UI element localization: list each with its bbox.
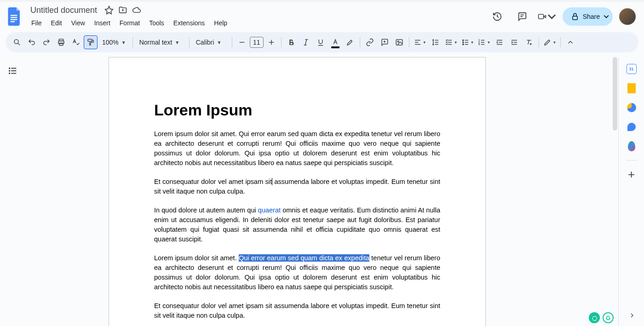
docs-logo[interactable] — [6, 7, 24, 26]
cloud-status-icon[interactable] — [132, 6, 141, 15]
tasks-icon[interactable] — [626, 102, 637, 113]
grammarly-suggestion-icon[interactable]: ◌ — [589, 312, 600, 323]
text-color-icon[interactable] — [328, 35, 342, 49]
paragraph: Lorem ipsum dolor sit amet. Qui error ea… — [154, 253, 440, 292]
checklist-icon[interactable]: ▼ — [443, 35, 459, 49]
toolbar: 100%▼ Normal text▼ Calibri▼ ▼ ▼ ▼ 123▼ ▼ — [6, 32, 638, 52]
increase-indent-icon[interactable] — [507, 35, 521, 49]
svg-rect-11 — [396, 40, 402, 45]
svg-point-21 — [9, 73, 10, 74]
share-caret[interactable] — [600, 7, 613, 26]
menu-format[interactable]: Format — [116, 17, 144, 29]
svg-rect-1 — [11, 17, 17, 18]
svg-point-12 — [397, 41, 399, 42]
share-label: Share — [583, 13, 600, 20]
document-outline-icon[interactable] — [6, 63, 20, 78]
editing-mode-icon[interactable]: ▼ — [542, 35, 558, 49]
meet-button[interactable] — [538, 7, 556, 26]
undo-icon[interactable] — [25, 35, 39, 49]
svg-point-6 — [14, 40, 18, 44]
star-icon[interactable] — [104, 6, 114, 15]
bold-icon[interactable] — [284, 35, 298, 49]
redo-icon[interactable] — [40, 35, 53, 49]
comments-icon[interactable] — [513, 7, 531, 26]
scrollbar[interactable] — [613, 57, 617, 131]
menu-bar: File Edit View Insert Format Tools Exten… — [28, 17, 484, 29]
paragraph: In quod dolore ut autem autem qui quaera… — [154, 206, 440, 244]
decrease-font-icon[interactable] — [235, 35, 249, 49]
underline-icon[interactable] — [314, 35, 328, 49]
zoom-select[interactable]: 100%▼ — [98, 35, 130, 49]
collapse-toolbar-icon[interactable] — [564, 35, 577, 49]
numbered-list-icon[interactable]: 123▼ — [476, 35, 492, 49]
insert-image-icon[interactable] — [392, 35, 406, 49]
paragraph: Et consequatur dolor vel amet ipsam sit … — [154, 177, 440, 196]
highlight-icon[interactable] — [343, 35, 357, 49]
svg-rect-2 — [11, 19, 17, 20]
svg-text:3: 3 — [479, 43, 480, 46]
line-spacing-icon[interactable] — [429, 35, 443, 49]
menu-tools[interactable]: Tools — [145, 17, 168, 29]
document-title[interactable]: Untitled document — [28, 5, 100, 16]
paragraph: Et consequatur dolor vel amet ipsam sit … — [154, 301, 440, 320]
svg-rect-10 — [88, 39, 92, 41]
svg-point-19 — [9, 68, 10, 69]
grammarly-icon[interactable]: G — [603, 312, 614, 323]
insert-link-icon[interactable] — [363, 35, 377, 49]
search-menus-icon[interactable] — [10, 35, 24, 49]
svg-rect-0 — [11, 15, 17, 16]
document-page[interactable]: Lorem Ipsum Lorem ipsum dolor sit amet. … — [109, 57, 486, 326]
paint-format-icon[interactable] — [84, 35, 98, 49]
svg-point-14 — [462, 42, 463, 43]
keep-icon[interactable] — [626, 83, 637, 94]
side-panel: 31 + — [618, 57, 644, 326]
calendar-icon[interactable]: 31 — [626, 63, 637, 74]
svg-rect-5 — [572, 16, 577, 20]
style-select[interactable]: Normal text▼ — [136, 35, 186, 49]
print-icon[interactable] — [54, 35, 68, 49]
spellcheck-icon[interactable] — [69, 35, 83, 49]
svg-point-20 — [9, 70, 10, 71]
selected-text: Qui error earum sed quam dicta ex expedi… — [239, 254, 369, 262]
addons-plus-icon[interactable]: + — [626, 169, 637, 180]
align-icon[interactable]: ▼ — [412, 35, 428, 49]
contacts-icon[interactable] — [626, 121, 637, 132]
font-select[interactable]: Calibri▼ — [192, 35, 229, 49]
document-heading: Lorem Ipsum — [154, 101, 440, 119]
svg-point-13 — [462, 40, 463, 40]
decrease-indent-icon[interactable] — [493, 35, 506, 49]
font-size-input[interactable] — [250, 37, 264, 48]
history-icon[interactable] — [488, 7, 506, 26]
menu-insert[interactable]: Insert — [91, 17, 114, 29]
menu-edit[interactable]: Edit — [47, 17, 66, 29]
menu-view[interactable]: View — [68, 17, 89, 29]
account-avatar[interactable] — [619, 8, 636, 25]
hyperlink[interactable]: quaerat — [258, 206, 281, 214]
maps-icon[interactable] — [626, 141, 637, 152]
move-icon[interactable] — [118, 6, 127, 15]
menu-help[interactable]: Help — [210, 17, 231, 29]
svg-rect-3 — [11, 21, 15, 22]
add-comment-icon[interactable] — [378, 35, 391, 49]
bulleted-list-icon[interactable]: ▼ — [460, 35, 476, 49]
menu-file[interactable]: File — [28, 17, 46, 29]
menu-extensions[interactable]: Extensions — [170, 17, 208, 29]
hide-sidepanel-icon[interactable] — [628, 312, 636, 320]
svg-point-15 — [462, 44, 463, 45]
paragraph: Lorem ipsum dolor sit amet. Qui error ea… — [154, 129, 440, 168]
increase-font-icon[interactable] — [264, 35, 278, 49]
italic-icon[interactable] — [299, 35, 313, 49]
clear-formatting-icon[interactable] — [522, 35, 536, 49]
